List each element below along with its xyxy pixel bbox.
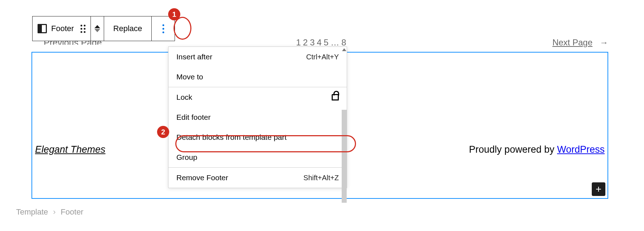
wordpress-link[interactable]: WordPress — [557, 144, 605, 155]
annotation-circle-1 — [174, 17, 191, 40]
next-page-label: Next Page — [552, 38, 592, 47]
page-link[interactable]: 1 — [296, 38, 301, 48]
menu-scrollbar-thumb[interactable] — [342, 110, 347, 203]
menu-label: Move to — [176, 73, 203, 81]
chevron-right-icon: › — [53, 207, 55, 217]
page-link[interactable]: 4 — [317, 38, 322, 48]
menu-label: Edit footer — [176, 113, 211, 122]
menu-remove-footer[interactable]: Remove Footer Shift+Alt+Z — [169, 168, 347, 188]
block-toolbar: Footer Replace — [32, 16, 175, 41]
annotation-badge-2-text: 2 — [161, 128, 165, 136]
block-type-label: Footer — [47, 24, 78, 33]
menu-edit-footer[interactable]: Edit footer — [169, 107, 347, 127]
annotation-badge-1: 1 — [168, 8, 180, 20]
move-down-button[interactable] — [94, 29, 100, 32]
menu-shortcut: Ctrl+Alt+Y — [306, 53, 339, 61]
menu-label: Remove Footer — [176, 173, 228, 182]
page-numbers: 1 2 3 4 5 … 8 — [296, 38, 346, 48]
replace-button[interactable]: Replace — [104, 16, 152, 41]
toolbar-movers — [91, 16, 104, 41]
kebab-icon — [157, 20, 170, 37]
page-link[interactable]: 3 — [310, 38, 314, 48]
more-options-button[interactable] — [152, 16, 175, 41]
menu-label: Lock — [176, 93, 192, 102]
add-block-button[interactable]: + — [592, 182, 605, 196]
lock-icon — [332, 94, 339, 100]
menu-label: Detach blocks from template part — [176, 133, 287, 142]
page-link[interactable]: 2 — [303, 38, 308, 48]
replace-label: Replace — [109, 24, 147, 33]
menu-group[interactable]: Group — [169, 147, 347, 167]
next-page-link[interactable]: Next Page → — [552, 38, 608, 48]
site-title-link[interactable]: Elegant Themes — [35, 144, 106, 155]
editor-breadcrumb: Template › Footer — [16, 207, 83, 217]
page-link[interactable]: 5 — [324, 38, 328, 48]
menu-move-to[interactable]: Move to — [169, 67, 347, 87]
annotation-badge-2: 2 — [157, 126, 169, 138]
menu-shortcut: Shift+Alt+Z — [303, 174, 339, 182]
breadcrumb-footer[interactable]: Footer — [61, 207, 84, 217]
menu-label: Group — [176, 153, 197, 162]
menu-insert-after[interactable]: Insert after Ctrl+Alt+Y — [169, 47, 347, 67]
move-up-button[interactable] — [94, 25, 100, 28]
template-part-icon — [38, 24, 47, 33]
page-ellipsis: … — [331, 38, 339, 48]
annotation-badge-1-text: 1 — [172, 10, 176, 19]
menu-detach[interactable]: Detach blocks from template part — [169, 127, 347, 147]
page-link[interactable]: 8 — [341, 38, 346, 48]
footer-credits: Proudly powered by WordPress — [469, 144, 605, 155]
menu-label: Insert after — [176, 53, 212, 61]
drag-handle-icon[interactable] — [80, 25, 86, 33]
menu-lock[interactable]: Lock — [169, 87, 347, 107]
scroll-up-arrow[interactable] — [342, 48, 346, 51]
breadcrumb-template[interactable]: Template — [16, 207, 48, 217]
block-options-menu: Insert after Ctrl+Alt+Y Move to Lock Edi… — [168, 46, 347, 188]
plus-icon: + — [596, 183, 601, 195]
toolbar-block-type[interactable]: Footer — [33, 16, 91, 41]
credits-prefix: Proudly powered by — [469, 144, 557, 155]
